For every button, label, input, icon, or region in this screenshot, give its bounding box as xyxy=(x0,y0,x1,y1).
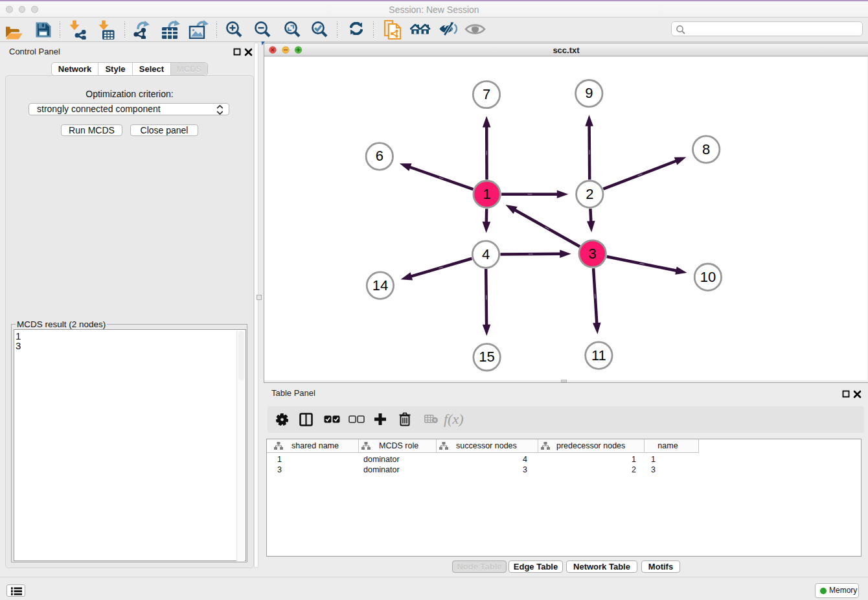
svg-text:3: 3 xyxy=(589,246,597,262)
svg-text:10: 10 xyxy=(700,269,716,285)
svg-text:8: 8 xyxy=(702,141,710,157)
svg-text:9: 9 xyxy=(585,85,593,101)
svg-text:2: 2 xyxy=(586,186,593,202)
svg-text:1: 1 xyxy=(483,186,490,202)
svg-text:14: 14 xyxy=(372,277,388,294)
svg-text:11: 11 xyxy=(591,347,606,363)
svg-text:4: 4 xyxy=(482,246,490,262)
svg-text:15: 15 xyxy=(479,349,494,365)
svg-text:6: 6 xyxy=(376,148,383,164)
svg-text:7: 7 xyxy=(483,86,490,102)
